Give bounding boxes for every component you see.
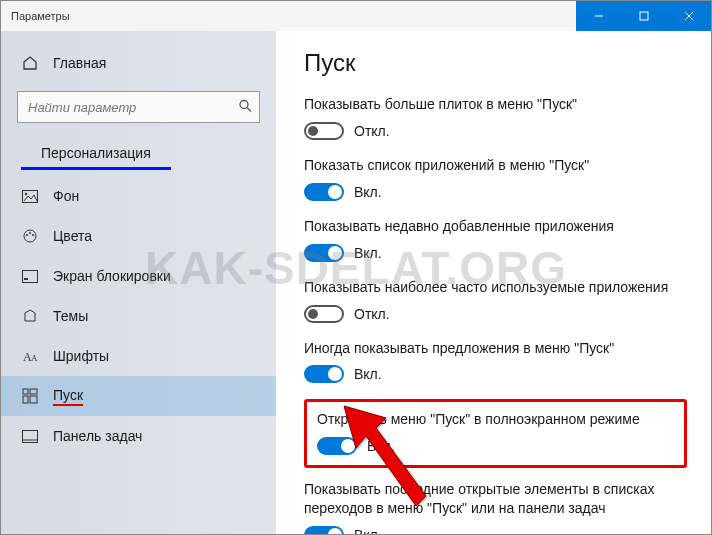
sidebar-item-lockscreen[interactable]: Экран блокировки	[1, 256, 276, 296]
setting-label: Показывать последние открытые элементы в…	[304, 480, 687, 518]
search-input[interactable]	[17, 91, 260, 123]
content-area: Пуск Показывать больше плиток в меню "Пу…	[276, 31, 711, 534]
toggle-state: Вкл.	[354, 527, 382, 534]
toggle-state: Откл.	[354, 306, 390, 322]
setting-app-list: Показать список приложений в меню "Пуск"…	[304, 156, 687, 201]
titlebar: Параметры	[1, 1, 711, 31]
setting-label: Иногда показывать предложения в меню "Пу…	[304, 339, 687, 358]
svg-rect-20	[23, 430, 38, 442]
sidebar: Главная Персонализация Фон	[1, 31, 276, 534]
svg-point-4	[240, 101, 248, 109]
svg-rect-19	[30, 396, 37, 403]
svg-text:A: A	[31, 353, 38, 363]
sidebar-item-themes[interactable]: Темы	[1, 296, 276, 336]
sidebar-item-label: Фон	[53, 188, 79, 204]
setting-label: Показать список приложений в меню "Пуск"	[304, 156, 687, 175]
toggle-state: Вкл.	[367, 438, 395, 454]
toggle-fullscreen-start[interactable]	[317, 437, 357, 455]
svg-point-8	[24, 230, 36, 242]
toggle-more-tiles[interactable]	[304, 122, 344, 140]
toggle-app-list[interactable]	[304, 183, 344, 201]
setting-more-tiles: Показывать больше плиток в меню "Пуск" О…	[304, 95, 687, 140]
page-title: Пуск	[304, 49, 687, 77]
setting-fullscreen-start: Открывать меню "Пуск" в полноэкранном ре…	[317, 410, 674, 455]
maximize-icon	[639, 11, 649, 21]
taskbar-icon	[21, 430, 39, 443]
themes-icon	[21, 308, 39, 324]
svg-rect-1	[640, 12, 648, 20]
toggle-most-used[interactable]	[304, 305, 344, 323]
sidebar-item-label: Панель задач	[53, 428, 142, 444]
sidebar-item-label: Цвета	[53, 228, 92, 244]
home-icon	[21, 55, 39, 71]
search-wrap	[17, 91, 260, 123]
sidebar-home-label: Главная	[53, 55, 106, 71]
maximize-button[interactable]	[621, 1, 666, 31]
setting-suggestions: Иногда показывать предложения в меню "Пу…	[304, 339, 687, 384]
svg-rect-18	[23, 396, 28, 403]
toggle-suggestions[interactable]	[304, 365, 344, 383]
picture-icon	[21, 190, 39, 203]
setting-recent-apps: Показывать недавно добавленные приложени…	[304, 217, 687, 262]
sidebar-item-label: Пуск	[53, 387, 83, 406]
sidebar-category: Персонализация	[21, 137, 171, 170]
close-button[interactable]	[666, 1, 711, 31]
toggle-state: Вкл.	[354, 366, 382, 382]
minimize-button[interactable]	[576, 1, 621, 31]
minimize-icon	[594, 11, 604, 21]
setting-label: Показывать недавно добавленные приложени…	[304, 217, 687, 236]
close-icon	[684, 11, 694, 21]
toggle-recent-apps[interactable]	[304, 244, 344, 262]
sidebar-item-label: Шрифты	[53, 348, 109, 364]
svg-point-7	[25, 192, 27, 194]
setting-most-used: Показывать наиболее часто используемые п…	[304, 278, 687, 323]
toggle-state: Вкл.	[354, 184, 382, 200]
window-controls	[576, 1, 711, 31]
sidebar-item-label: Темы	[53, 308, 88, 324]
settings-window: Параметры Главная	[0, 0, 712, 535]
svg-line-5	[247, 108, 251, 112]
setting-jumplist: Показывать последние открытые элементы в…	[304, 480, 687, 534]
setting-label: Показывать больше плиток в меню "Пуск"	[304, 95, 687, 114]
setting-label: Показывать наиболее часто используемые п…	[304, 278, 687, 297]
sidebar-item-colors[interactable]: Цвета	[1, 216, 276, 256]
window-title: Параметры	[11, 10, 70, 22]
sidebar-item-start[interactable]: Пуск	[1, 376, 276, 416]
svg-point-11	[32, 234, 34, 236]
svg-rect-13	[24, 278, 28, 280]
sidebar-item-label: Экран блокировки	[53, 268, 171, 284]
toggle-jumplist[interactable]	[304, 526, 344, 534]
sidebar-item-background[interactable]: Фон	[1, 176, 276, 216]
svg-rect-17	[30, 389, 37, 394]
sidebar-item-taskbar[interactable]: Панель задач	[1, 416, 276, 456]
palette-icon	[21, 228, 39, 244]
lockscreen-icon	[21, 270, 39, 283]
toggle-state: Откл.	[354, 123, 390, 139]
sidebar-item-fonts[interactable]: AA Шрифты	[1, 336, 276, 376]
svg-rect-12	[23, 270, 38, 282]
sidebar-home[interactable]: Главная	[1, 43, 276, 83]
svg-point-10	[29, 232, 31, 234]
highlight-box: Открывать меню "Пуск" в полноэкранном ре…	[304, 399, 687, 468]
start-icon	[21, 388, 39, 404]
svg-rect-16	[23, 389, 28, 394]
search-icon	[238, 99, 252, 116]
setting-label: Открывать меню "Пуск" в полноэкранном ре…	[317, 410, 674, 429]
svg-point-9	[26, 234, 28, 236]
fonts-icon: AA	[21, 348, 39, 364]
toggle-state: Вкл.	[354, 245, 382, 261]
